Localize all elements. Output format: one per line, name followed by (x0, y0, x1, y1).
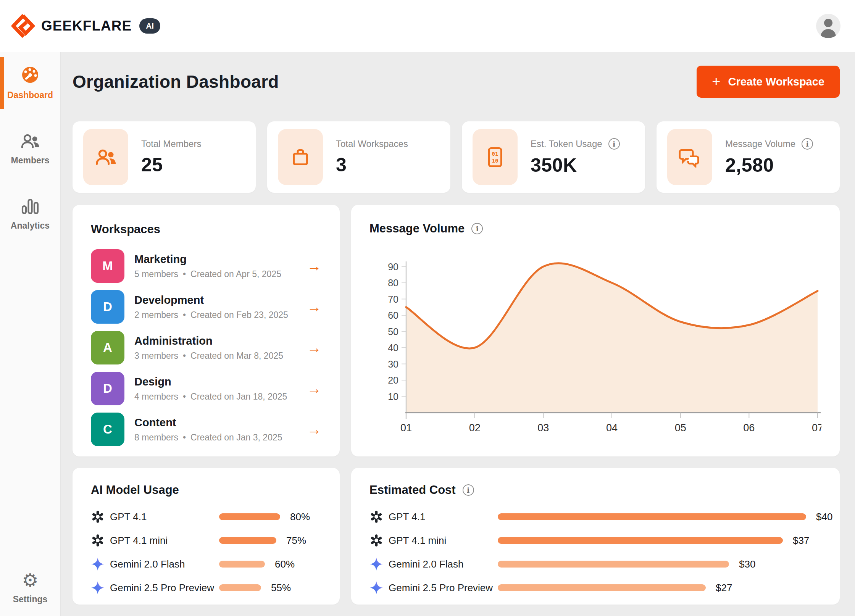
usage-bar (219, 584, 261, 591)
usage-row-gpt41mini: GPT 4.1 mini 75% (91, 533, 323, 548)
workspace-avatar: C (91, 413, 124, 446)
cost-value: $30 (739, 558, 755, 570)
info-icon[interactable]: i (463, 484, 474, 496)
dot-separator: • (183, 269, 186, 279)
chat-bubbles-icon (667, 129, 712, 185)
usage-row-gemini25: Gemini 2.5 Pro Preview 55% (91, 580, 323, 595)
usage-value: 55% (271, 582, 291, 594)
stats-row: Total Members 25 Total Worksp (73, 121, 840, 193)
workspace-avatar: D (91, 290, 124, 324)
usage-bar (219, 537, 276, 544)
arrow-right-icon[interactable]: → (307, 258, 323, 274)
workspace-avatar: M (91, 249, 124, 283)
model-name: GPT 4.1 mini (110, 535, 219, 547)
sidebar-item-dashboard[interactable]: Dashboard (0, 57, 60, 109)
sidebar-item-label: Analytics (11, 221, 50, 231)
svg-text:40: 40 (388, 342, 398, 353)
model-name: Gemini 2.0 Flash (389, 558, 498, 570)
workspace-members: 2 members (134, 310, 178, 320)
plus-icon: + (712, 74, 720, 89)
workspace-name: Development (134, 294, 288, 306)
svg-text:01: 01 (400, 422, 412, 434)
cost-bar (498, 584, 706, 591)
cost-bar (498, 561, 729, 568)
sidebar-item-label: Members (11, 155, 50, 166)
svg-text:05: 05 (675, 422, 686, 434)
ai-badge: AI (139, 18, 160, 34)
workspace-row-administration[interactable]: A Administration 3 members • Created on … (91, 331, 323, 364)
svg-text:70: 70 (388, 294, 398, 305)
model-name: GPT 4.1 mini (389, 535, 498, 547)
logo: GEEKFLARE AI (11, 14, 160, 38)
panel-title: AI Model Usage (91, 483, 323, 497)
panel-title: Message Volume (369, 222, 465, 235)
gemini-icon (91, 581, 105, 595)
stat-value: 350K (531, 154, 620, 176)
workspace-avatar: A (91, 331, 124, 364)
cost-row-gemini25: Gemini 2.5 Pro Preview $27 (369, 580, 821, 595)
model-name: Gemini 2.5 Pro Preview (110, 582, 219, 594)
workspace-avatar: D (91, 372, 124, 405)
arrow-right-icon[interactable]: → (307, 299, 323, 315)
openai-icon (91, 510, 105, 524)
svg-text:20: 20 (388, 375, 398, 385)
svg-text:10: 10 (492, 157, 498, 163)
workspace-name: Administration (134, 335, 283, 347)
dot-separator: • (183, 432, 186, 443)
workspace-row-development[interactable]: D Development 2 members • Created on Feb… (91, 290, 323, 324)
svg-text:03: 03 (537, 422, 549, 434)
svg-text:02: 02 (469, 422, 481, 434)
token-binary-icon: 01 10 (473, 129, 518, 185)
message-volume-chart: 10203040506070809001020304050607 (369, 242, 821, 434)
workspace-members: 3 members (134, 351, 178, 361)
gemini-icon (91, 557, 105, 571)
usage-row-gpt41: GPT 4.1 80% (91, 509, 323, 524)
workspace-row-marketing[interactable]: M Marketing 5 members • Created on Apr 5… (91, 249, 323, 283)
stat-card-message-volume: Message Volume i 2,580 (657, 121, 840, 193)
cost-bar (498, 537, 783, 544)
workspace-members: 4 members (134, 392, 178, 402)
arrow-right-icon[interactable]: → (307, 381, 323, 397)
info-icon[interactable]: i (471, 223, 483, 234)
cost-bar (498, 513, 806, 520)
workspace-created: Created on Jan 18, 2025 (190, 392, 287, 402)
usage-value: 80% (290, 511, 310, 523)
workspace-name: Content (134, 416, 282, 429)
svg-text:06: 06 (743, 422, 755, 434)
workspace-row-content[interactable]: C Content 8 members • Created on Jan 3, … (91, 413, 323, 446)
workspace-created: Created on Feb 23, 2025 (190, 310, 288, 320)
usage-bar (219, 513, 280, 520)
workspace-row-design[interactable]: D Design 4 members • Created on Jan 18, … (91, 372, 323, 405)
sidebar-item-settings[interactable]: ⚙ Settings (0, 563, 60, 613)
stat-label: Total Workspaces (336, 139, 408, 149)
logo-text: GEEKFLARE (41, 18, 132, 34)
main-content: Organization Dashboard + Create Workspac… (61, 52, 855, 616)
model-name: Gemini 2.5 Pro Preview (389, 582, 498, 594)
workspace-members: 5 members (134, 269, 178, 279)
usage-list: GPT 4.1 80% GPT 4.1 mini 75% (91, 509, 323, 595)
openai-icon (369, 533, 383, 548)
workspace-name: Marketing (134, 253, 281, 266)
user-avatar[interactable] (816, 14, 840, 38)
stat-label: Est. Token Usage (531, 139, 602, 149)
sidebar-item-label: Dashboard (7, 90, 53, 100)
active-indicator (0, 57, 4, 109)
sidebar-item-members[interactable]: Members (0, 125, 60, 174)
create-workspace-button[interactable]: + Create Workspace (697, 66, 840, 98)
workspace-name: Design (134, 376, 287, 388)
panel-title: Estimated Cost (369, 483, 456, 497)
stat-card-total-members: Total Members 25 (73, 121, 256, 193)
sidebar-item-analytics[interactable]: Analytics (0, 190, 60, 239)
svg-text:90: 90 (388, 261, 398, 272)
workspace-created: Created on Apr 5, 2025 (190, 269, 281, 279)
sidebar-item-label: Settings (13, 594, 48, 605)
info-icon[interactable]: i (802, 138, 813, 150)
arrow-right-icon[interactable]: → (307, 340, 323, 356)
svg-text:80: 80 (388, 277, 398, 288)
info-icon[interactable]: i (608, 138, 620, 150)
arrow-right-icon[interactable]: → (307, 421, 323, 438)
workspace-created: Created on Mar 8, 2025 (190, 351, 283, 361)
svg-text:50: 50 (388, 326, 398, 337)
cost-row-gpt41: GPT 4.1 $40 (369, 509, 821, 524)
workspace-list: M Marketing 5 members • Created on Apr 5… (91, 249, 323, 446)
